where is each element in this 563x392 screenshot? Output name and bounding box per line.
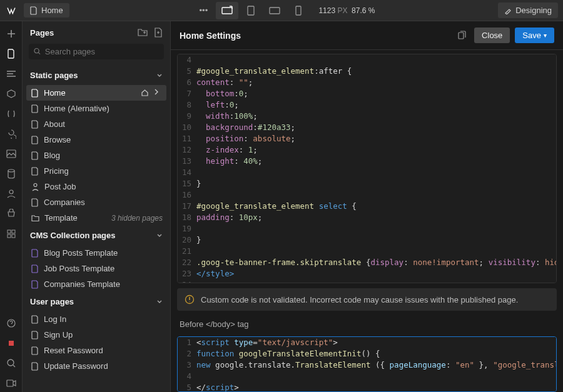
static-pages-list: HomeHome (Alernative)AboutBrowseBlogPric… [23,85,170,226]
help-icon[interactable] [3,314,20,332]
page-item[interactable]: Blog Posts Template [23,245,170,261]
app-logo[interactable] [5,4,18,17]
video-icon[interactable] [3,374,20,392]
page-item[interactable]: Post Job [23,179,170,194]
page-icon [31,346,39,355]
page-item[interactable]: Browse [23,132,170,148]
page-label: Blog Posts Template [44,248,118,258]
page-item[interactable]: Log In [23,311,170,327]
page-label: Companies Template [44,279,120,289]
apps-panel-icon[interactable] [3,225,20,243]
static-pages-section[interactable]: Static pages [23,66,170,85]
svg-rect-12 [9,341,14,346]
page-icon [31,362,39,371]
svg-rect-3 [296,6,301,15]
page-label: Browse [44,135,71,144]
pages-sidebar: Pages Static pages HomeHome (Alernative)… [23,21,171,392]
assets-panel-icon[interactable] [3,145,20,163]
add-element-icon[interactable] [3,25,20,43]
page-icon [31,167,39,176]
page-item[interactable]: Companies Template [23,276,170,292]
sidebar-title: Pages [30,28,54,38]
copy-icon[interactable] [454,28,469,43]
brush-icon [504,7,512,14]
page-icon [31,280,39,289]
components-panel-icon[interactable] [3,85,20,103]
cms-pages-section[interactable]: CMS Collection pages [23,226,170,245]
page-item[interactable]: Home [26,85,166,101]
page-label: Log In [44,314,66,324]
page-item[interactable]: Update Password [23,358,170,374]
page-label: Companies [44,198,85,207]
search-pages-input[interactable] [29,44,164,59]
chevron-down-icon [156,73,163,79]
users-panel-icon[interactable] [3,185,20,203]
page-label: Template [44,213,78,223]
ecommerce-panel-icon[interactable] [3,205,20,223]
page-item[interactable]: Pricing [23,163,170,179]
search-icon [34,48,41,56]
svg-rect-9 [8,234,11,238]
page-icon [31,120,39,129]
page-icon [31,136,39,144]
page-item[interactable]: About [23,116,170,132]
page-label: Home (Alernative) [44,104,109,113]
code-warning: Custom code is not validated. Incorrect … [177,288,557,311]
save-button[interactable]: Save▾ [515,28,554,43]
mode-toggle-button[interactable]: Designing [498,3,558,18]
pages-panel-icon[interactable] [3,45,20,63]
navigator-panel-icon[interactable] [3,65,20,83]
page-icon [31,249,39,258]
page-item[interactable]: Job Posts Template [23,261,170,276]
cms-pages-list: Blog Posts TemplateJob Posts TemplateCom… [23,245,170,292]
svg-point-6 [9,190,13,194]
chevron-down-icon: ▾ [544,32,547,39]
topbar: Home ••• 1123 PX 87.6 % Designing [0,0,563,21]
svg-rect-17 [459,33,464,39]
tablet-breakpoint-icon[interactable] [240,2,262,19]
page-icon [31,89,39,98]
audit-panel-icon[interactable] [3,354,20,372]
chevron-right-icon [154,89,159,97]
page-label: Reset Password [44,346,103,355]
desktop-breakpoint-icon[interactable] [216,2,238,19]
record-icon[interactable] [3,334,20,352]
svg-rect-4 [7,150,16,158]
landscape-breakpoint-icon[interactable] [263,2,286,19]
page-item[interactable]: Sign Up [23,327,170,343]
page-item[interactable]: Template3 hidden pages [23,210,170,226]
page-item[interactable]: Home (Alernative) [23,101,170,116]
close-button[interactable]: Close [474,28,510,43]
styles-panel-icon[interactable] [3,125,20,143]
chevron-down-icon [156,299,163,305]
page-icon [30,6,38,15]
mobile-breakpoint-icon[interactable] [287,2,310,19]
svg-rect-10 [12,234,15,238]
body-code-label: Before </body> tag [180,319,554,329]
page-icon [31,183,39,191]
page-item[interactable]: Blog [23,148,170,163]
head-code-editor[interactable]: 45#google_translate_element:after {6cont… [177,54,557,283]
user-pages-section[interactable]: User pages [23,292,170,311]
left-icon-rail [0,21,23,392]
page-item[interactable]: Companies [23,194,170,210]
user-pages-list: Log InSign UpReset PasswordUpdate Passwo… [23,311,170,374]
more-menu-icon[interactable]: ••• [192,2,215,19]
page-item[interactable]: Reset Password [23,343,170,358]
canvas-dimensions: 1123 PX 87.6 % [318,6,375,15]
page-label: Update Password [44,361,108,371]
new-folder-icon[interactable] [138,28,148,38]
variables-panel-icon[interactable] [3,105,20,123]
svg-point-13 [8,359,14,366]
warning-icon [185,294,195,304]
current-page-button[interactable]: Home [24,3,69,18]
hidden-pages-note: 3 hidden pages [111,214,163,223]
svg-rect-0 [222,8,232,14]
new-page-icon[interactable] [154,28,163,38]
body-code-editor[interactable]: 1<script type="text/javscript">2function… [177,336,557,392]
chevron-down-icon [156,233,163,239]
svg-rect-14 [7,380,13,386]
cms-panel-icon[interactable] [3,165,20,183]
svg-rect-7 [8,230,11,233]
page-icon [31,104,39,113]
